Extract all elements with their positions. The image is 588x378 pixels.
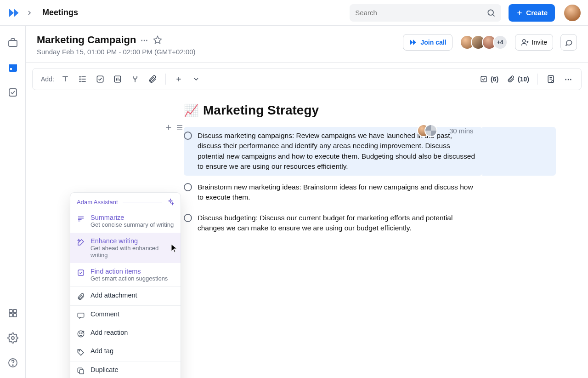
- svg-point-54: [79, 350, 80, 351]
- editor-toolbar: Add: (6) (10): [32, 68, 582, 90]
- invite-label: Invite: [532, 39, 547, 46]
- participant-avatars[interactable]: +4: [460, 35, 508, 50]
- breadcrumb-chevron-icon: [26, 9, 33, 17]
- nav-help[interactable]: [7, 357, 19, 369]
- topbar: Meetings Create: [0, 0, 588, 26]
- sparkle-icon: [167, 198, 174, 206]
- menu-item-add-reaction[interactable]: Add reaction: [70, 324, 181, 343]
- nav-settings[interactable]: [7, 332, 19, 344]
- attachments-count-label: (10): [518, 75, 529, 83]
- add-list-icon[interactable]: [78, 74, 87, 84]
- search-input[interactable]: [350, 4, 501, 22]
- svg-rect-6: [9, 64, 17, 67]
- menu-item-add-tag[interactable]: Add tag: [70, 343, 181, 361]
- comments-button[interactable]: [560, 34, 577, 51]
- add-block-icon[interactable]: [164, 123, 173, 132]
- menu-item-label: Duplicate: [90, 366, 118, 373]
- nav-apps[interactable]: [7, 307, 19, 319]
- menu-item-label: Add tag: [90, 347, 113, 355]
- add-checkbox-icon[interactable]: [96, 74, 105, 84]
- svg-rect-27: [114, 76, 120, 82]
- attachment-icon: [507, 75, 515, 83]
- svg-rect-7: [10, 68, 12, 70]
- page-more-icon[interactable]: ⋯: [141, 36, 148, 45]
- template-icon[interactable]: [546, 74, 555, 84]
- block-gutter: [164, 123, 184, 132]
- tag-icon: [77, 348, 85, 356]
- attachment-icon: [77, 292, 85, 301]
- breadcrumb[interactable]: Meetings: [42, 8, 78, 17]
- svg-rect-33: [481, 76, 486, 82]
- join-call-button[interactable]: Join call: [403, 34, 452, 51]
- chat-icon: [565, 38, 573, 46]
- agenda-item-text[interactable]: Brainstorm new marketing ideas: Brainsto…: [198, 182, 477, 203]
- enhance-icon: [77, 238, 85, 246]
- checks-count-label: (6): [491, 75, 498, 83]
- toolbar-separator: [537, 74, 538, 85]
- drag-handle-icon[interactable]: [175, 123, 184, 132]
- menu-item-sub: Get smart action suggestions: [90, 275, 168, 282]
- svg-point-51: [82, 333, 83, 334]
- svg-rect-4: [9, 40, 17, 46]
- item-radio[interactable]: [184, 214, 192, 222]
- add-decision-icon[interactable]: [130, 74, 140, 84]
- page-subtitle: Sunday Feb 15, 01:00 PM - 02:00 PM (GMT+…: [37, 48, 196, 56]
- menu-item-enhance-writing[interactable]: Enhance writingGet ahead with enhanced w…: [70, 233, 181, 263]
- nav-briefcase[interactable]: [7, 37, 19, 49]
- add-poll-icon[interactable]: [113, 74, 122, 84]
- add-more-button[interactable]: [174, 74, 183, 84]
- toolbar-more-icon[interactable]: ⋯: [564, 74, 573, 84]
- assignee-avatar[interactable]: [424, 124, 437, 137]
- nav-tasks[interactable]: [7, 86, 19, 98]
- menu-item-sub: Get ahead with enhanced writing: [90, 245, 174, 258]
- plus-icon: [516, 9, 523, 17]
- nav-calendar[interactable]: [7, 62, 19, 74]
- menu-item-label: Comment: [90, 310, 119, 318]
- avatar-overflow[interactable]: +4: [493, 35, 508, 50]
- svg-rect-26: [97, 76, 103, 82]
- menu-item-find-actions[interactable]: Find action itemsGet smart action sugges…: [70, 263, 181, 286]
- app-mini-logo-icon: [409, 38, 417, 46]
- menu-item-duplicate[interactable]: Duplicate: [70, 361, 181, 378]
- checks-count[interactable]: (6): [480, 75, 498, 83]
- item-radio[interactable]: [184, 183, 192, 191]
- page-title: Marketing Campaign: [37, 34, 136, 46]
- add-dropdown-icon[interactable]: [192, 74, 201, 84]
- user-avatar[interactable]: [564, 5, 581, 21]
- app-logo[interactable]: [7, 6, 20, 19]
- item-radio[interactable]: [184, 132, 192, 140]
- svg-marker-16: [154, 36, 162, 44]
- invite-button[interactable]: Invite: [515, 34, 553, 51]
- svg-point-23: [79, 76, 80, 77]
- menu-item-label: Summarize: [90, 214, 174, 221]
- duplicate-icon: [77, 367, 85, 375]
- toolbar-separator: [165, 74, 166, 85]
- doc-emoji: 📈: [184, 103, 198, 118]
- attachments-count[interactable]: (10): [507, 75, 529, 83]
- context-menu-header: Adam Assistant: [70, 193, 181, 209]
- agenda-item[interactable]: Discuss budgeting: Discuss our current b…: [184, 209, 482, 237]
- agenda-item[interactable]: Brainstorm new marketing ideas: Brainsto…: [184, 178, 482, 206]
- action-items-icon: [77, 269, 85, 277]
- svg-rect-11: [9, 314, 12, 317]
- svg-point-15: [12, 365, 13, 366]
- menu-item-summarize[interactable]: SummarizeGet concise summary of writing: [70, 209, 181, 233]
- add-attachment-icon[interactable]: [148, 74, 157, 84]
- svg-point-37: [552, 80, 554, 82]
- agenda-item-text[interactable]: Discuss budgeting: Discuss our current b…: [198, 213, 477, 234]
- create-button[interactable]: Create: [509, 4, 555, 22]
- svg-point-24: [79, 79, 80, 80]
- svg-point-13: [11, 337, 14, 339]
- create-label: Create: [526, 9, 548, 17]
- search-field[interactable]: [355, 9, 486, 17]
- menu-item-add-attachment[interactable]: Add attachment: [70, 287, 181, 305]
- add-text-icon[interactable]: [61, 74, 70, 84]
- menu-item-label: Find action items: [90, 268, 168, 275]
- star-icon[interactable]: [153, 35, 162, 45]
- menu-item-label: Add attachment: [90, 292, 137, 299]
- join-call-label: Join call: [421, 39, 447, 46]
- svg-point-17: [522, 40, 525, 42]
- menu-item-comment[interactable]: Comment: [70, 306, 181, 324]
- page-header: Marketing Campaign ⋯ Sunday Feb 15, 01:0…: [26, 26, 588, 63]
- svg-rect-55: [79, 370, 84, 374]
